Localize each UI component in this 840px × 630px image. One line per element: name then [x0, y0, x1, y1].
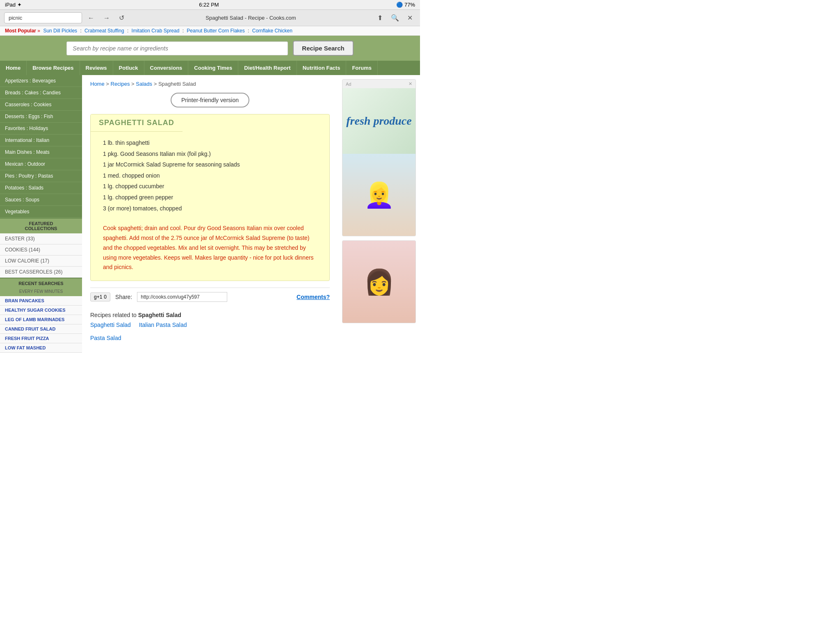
recent-fresh-fruit-pizza[interactable]: FRESH FRUIT PIZZA	[0, 334, 82, 343]
browser-actions: ⬆ 🔍 ✕	[374, 12, 416, 23]
recent-leg-of-lamb[interactable]: LEG OF LAMB MARINADES	[0, 315, 82, 324]
g-plus-label: g+1	[94, 294, 102, 300]
featured-easter[interactable]: EASTER (33)	[0, 233, 82, 244]
nav-potluck[interactable]: Potluck	[113, 61, 144, 75]
ingredient-item: 3 (or more) tomatoes, chopped	[103, 203, 317, 214]
sidebar-item-desserts[interactable]: Desserts : Eggs : Fish	[0, 111, 82, 123]
ad-fresh-produce[interactable]: fresh produce	[342, 88, 415, 154]
ad-person-2[interactable]: 👩	[342, 241, 415, 323]
content-area: Appetizers : Beverages Breads : Cakes : …	[0, 75, 420, 353]
related-link-spaghetti-salad[interactable]: Spaghetti Salad	[90, 322, 131, 328]
sidebar-item-international[interactable]: International : Italian	[0, 135, 82, 146]
recipe-card: SPAGHETTI SALAD 1 lb. thin spaghetti 1 p…	[90, 114, 330, 281]
sidebar-categories: Appetizers : Beverages Breads : Cakes : …	[0, 75, 82, 218]
breadcrumb-salads[interactable]: Salads	[136, 81, 152, 87]
ad-box-2: 👩	[342, 240, 416, 323]
ipad-label: iPad ✦	[5, 2, 22, 8]
sidebar: Appetizers : Beverages Breads : Cakes : …	[0, 75, 82, 353]
sidebar-item-potatoes[interactable]: Potatoes : Salads	[0, 182, 82, 194]
back-button[interactable]: ←	[84, 13, 98, 23]
ingredient-item: 1 lb. thin spaghetti	[103, 137, 317, 148]
site-header: Recipe Search	[0, 36, 420, 61]
status-right: 🔵 77%	[396, 2, 415, 8]
sidebar-item-breads[interactable]: Breads : Cakes : Candies	[0, 87, 82, 99]
sidebar-item-main-dishes[interactable]: Main Dishes : Meats	[0, 146, 82, 158]
status-left: iPad ✦	[5, 2, 22, 8]
recent-searches-sub: EVERY FEW MINUTES	[0, 288, 82, 296]
recent-canned-fruit[interactable]: CANNED FRUIT SALAD	[0, 324, 82, 334]
recipe-ingredients: 1 lb. thin spaghetti 1 pkg. Good Seasons…	[91, 132, 329, 219]
ingredient-item: 1 jar McCormick Salad Supreme for season…	[103, 159, 317, 170]
nav-cooking-times[interactable]: Cooking Times	[188, 61, 238, 75]
recipe-title: SPAGHETTI SALAD	[91, 114, 183, 132]
share-url-input[interactable]	[137, 292, 227, 302]
ad-box-1: Ad ✕ fresh produce 👱‍♀️	[342, 79, 416, 236]
related-recipes: Recipes related to Spaghetti Salad Spagh…	[90, 312, 330, 341]
recent-healthy-sugar[interactable]: HEALTHY SUGAR COOKIES	[0, 306, 82, 315]
recent-bran-pancakes[interactable]: BRAN PANCAKES	[0, 296, 82, 306]
sidebar-item-casseroles[interactable]: Casseroles : Cookies	[0, 99, 82, 111]
ad-label: Ad	[346, 82, 351, 87]
popular-link[interactable]: Imitation Crab Spread	[132, 28, 180, 34]
sidebar-item-favorites[interactable]: Favorites : Holidays	[0, 123, 82, 135]
popular-link[interactable]: Sun Dill Pickles	[43, 28, 77, 34]
recent-low-fat-mashed[interactable]: LOW FAT MASHED	[0, 343, 82, 353]
ingredient-item: 1 med. chopped onion	[103, 170, 317, 181]
ad-close-icon[interactable]: ✕	[409, 81, 412, 87]
featured-best-casseroles[interactable]: BEST CASSEROLES (26)	[0, 267, 82, 278]
comments-link[interactable]: Comments?	[297, 294, 330, 300]
nav-nutrition[interactable]: Nutrition Facts	[297, 61, 347, 75]
reload-button[interactable]: ↺	[116, 12, 128, 23]
sidebar-item-mexican[interactable]: Mexican : Outdoor	[0, 158, 82, 170]
sidebar-item-pies[interactable]: Pies : Poultry : Pastas	[0, 170, 82, 182]
printer-friendly-button[interactable]: Printer-friendly version	[171, 93, 249, 107]
ingredient-item: 1 lg. chopped cucumber	[103, 181, 317, 192]
ad-panel: Ad ✕ fresh produce 👱‍♀️ 👩	[338, 75, 420, 353]
most-popular-arrow: »	[37, 28, 41, 34]
printer-friendly-section: Printer-friendly version	[90, 93, 330, 107]
related-link-pasta-salad[interactable]: Pasta Salad	[90, 335, 121, 341]
breadcrumb-home[interactable]: Home	[90, 81, 105, 87]
google-plus-button[interactable]: g+1 0	[90, 292, 110, 301]
address-bar: ← → ↺	[4, 12, 128, 23]
popular-link[interactable]: Crabmeat Stuffing	[84, 28, 124, 34]
browser-chrome: ← → ↺ Spaghetti Salad - Recipe - Cooks.c…	[0, 10, 420, 26]
nav-reviews[interactable]: Reviews	[80, 61, 113, 75]
status-time: 6:22 PM	[199, 2, 219, 8]
url-input[interactable]	[4, 12, 82, 23]
featured-low-calorie[interactable]: LOW CALORIE (17)	[0, 256, 82, 267]
sidebar-item-sauces[interactable]: Sauces : Soups	[0, 194, 82, 206]
close-tab-button[interactable]: ✕	[404, 12, 416, 23]
nav-conversions[interactable]: Conversions	[144, 61, 189, 75]
featured-cookies[interactable]: COOKIES (144)	[0, 244, 82, 256]
ad-text: fresh produce	[346, 114, 411, 128]
status-bar: iPad ✦ 6:22 PM 🔵 77%	[0, 0, 420, 10]
search-button[interactable]: Recipe Search	[293, 41, 353, 56]
popular-link[interactable]: Cornflake Chicken	[252, 28, 292, 34]
g-plus-count: 0	[104, 294, 107, 300]
search-input[interactable]	[66, 41, 288, 55]
forward-button[interactable]: →	[100, 13, 113, 23]
related-link-italian-pasta[interactable]: Italian Pasta Salad	[139, 322, 187, 328]
share-button[interactable]: ⬆	[374, 12, 386, 23]
popular-link[interactable]: Peanut Butter Corn Flakes	[187, 28, 244, 34]
sidebar-item-vegetables[interactable]: Vegetables	[0, 206, 82, 218]
most-popular-bar: Most Popular » Sun Dill Pickles : Crabme…	[0, 26, 420, 36]
nav-browse-recipes[interactable]: Browse Recipes	[27, 61, 80, 75]
nav-forums[interactable]: Forums	[346, 61, 378, 75]
main-nav: Home Browse Recipes Reviews Potluck Conv…	[0, 61, 420, 75]
nav-diet-health[interactable]: Diet/Health Report	[238, 61, 297, 75]
recipe-instructions: Cook spaghetti; drain and cool. Pour dry…	[91, 219, 329, 281]
social-share: g+1 0 Share: Comments?	[90, 288, 330, 306]
battery-label: 🔵 77%	[396, 2, 415, 8]
breadcrumb-current: Spaghetti Salad	[158, 81, 196, 87]
tab-search-button[interactable]: 🔍	[388, 12, 402, 23]
ingredient-item: 1 pkg. Good Seasons Italian mix (foil pk…	[103, 148, 317, 160]
main-content: Home > Recipes > Salads > Spaghetti Sala…	[82, 75, 338, 353]
ad-person-1[interactable]: 👱‍♀️	[342, 154, 415, 236]
sidebar-item-appetizers[interactable]: Appetizers : Beverages	[0, 75, 82, 87]
share-label: Share:	[115, 294, 132, 300]
most-popular-label: Most Popular	[5, 28, 36, 34]
nav-home[interactable]: Home	[0, 61, 27, 75]
breadcrumb-recipes[interactable]: Recipes	[111, 81, 130, 87]
